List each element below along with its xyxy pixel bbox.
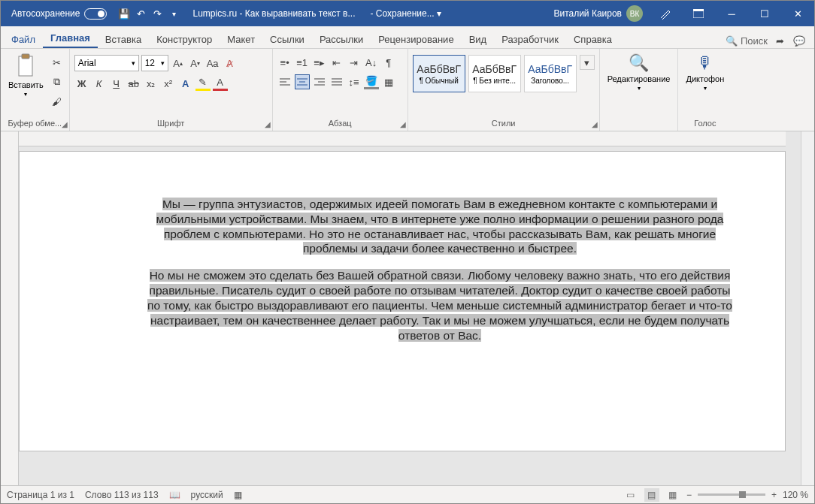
undo-icon[interactable]: ↶	[134, 7, 147, 20]
read-mode-icon[interactable]: ▭	[623, 488, 638, 502]
align-center-icon[interactable]	[295, 74, 310, 89]
status-bar: Страница 1 из 1 Слово 113 из 113 📖 русск…	[1, 485, 814, 503]
editing-button[interactable]: 🔍 Редактирование ▾	[604, 52, 674, 93]
group-label: Абзац	[277, 117, 403, 131]
shading-icon[interactable]: 🪣	[364, 74, 379, 89]
tab-file[interactable]: Файл	[4, 29, 43, 48]
web-layout-icon[interactable]: ▦	[665, 488, 680, 502]
launcher-icon[interactable]: ◢	[265, 120, 271, 128]
draw-icon[interactable]	[649, 1, 682, 26]
page-status[interactable]: Страница 1 из 1	[7, 490, 74, 500]
group-font: Arial▾ 12▾ A▴ A▾ Aa A̷ Ж К Ч ab x₂ x² A …	[70, 49, 273, 131]
comments-icon[interactable]: 💬	[792, 33, 807, 48]
italic-button[interactable]: К	[92, 76, 107, 91]
vertical-scrollbar[interactable]	[801, 131, 814, 485]
show-marks-icon[interactable]: ¶	[381, 55, 396, 70]
zoom-slider[interactable]	[698, 493, 765, 496]
search-label: Поиск	[741, 35, 768, 47]
align-right-icon[interactable]	[312, 74, 327, 89]
tab-help[interactable]: Справка	[566, 29, 620, 48]
ribbon: Вставить ▾ ✂ ⧉ 🖌 Буфер обме... ◢ Arial▾ …	[1, 49, 814, 131]
group-paragraph: ≡• ≡1 ≡▸ ⇤ ⇥ A↓ ¶	[273, 49, 408, 131]
shrink-font-icon[interactable]: A▾	[188, 56, 203, 71]
tab-mailings[interactable]: Рассылки	[312, 29, 371, 48]
underline-button[interactable]: Ч	[109, 76, 124, 91]
styles-more-icon[interactable]: ▾	[580, 55, 595, 70]
spell-check-icon[interactable]: 📖	[169, 490, 180, 500]
tab-references[interactable]: Ссылки	[262, 29, 312, 48]
maximize-button[interactable]: ☐	[748, 1, 781, 26]
tab-insert[interactable]: Вставка	[98, 29, 149, 48]
zoom-out-icon[interactable]: −	[686, 490, 692, 500]
tab-layout[interactable]: Макет	[220, 29, 262, 48]
selected-text[interactable]: Мы — группа энтузиастов, одержимых идеей…	[156, 198, 724, 255]
multilevel-icon[interactable]: ≡▸	[312, 55, 327, 70]
justify-icon[interactable]	[329, 74, 344, 89]
print-layout-icon[interactable]: ▤	[644, 488, 659, 502]
numbering-icon[interactable]: ≡1	[295, 55, 310, 70]
paste-button[interactable]: Вставить ▾	[5, 52, 47, 99]
launcher-icon[interactable]: ◢	[62, 120, 68, 128]
chevron-down-icon: ▾	[704, 85, 707, 92]
style-normal[interactable]: АаБбВвГ ¶ Обычный	[413, 55, 465, 92]
launcher-icon[interactable]: ◢	[400, 120, 406, 128]
search-box[interactable]: 🔍 Поиск	[726, 35, 768, 47]
window-controls: ─ ☐ ✕	[715, 1, 814, 26]
qat-more-icon[interactable]: ▾	[167, 7, 180, 20]
ribbon-display-icon[interactable]	[682, 1, 715, 26]
decrease-indent-icon[interactable]: ⇤	[329, 55, 344, 70]
clear-format-icon[interactable]: A̷	[223, 56, 238, 71]
increase-indent-icon[interactable]: ⇥	[347, 55, 362, 70]
font-color-icon[interactable]: A	[213, 76, 228, 91]
vertical-ruler[interactable]	[1, 131, 19, 485]
tab-developer[interactable]: Разработчик	[494, 29, 566, 48]
sort-icon[interactable]: A↓	[364, 55, 379, 70]
bullets-icon[interactable]: ≡•	[277, 55, 292, 70]
saving-status[interactable]: - Сохранение... ▾	[363, 8, 450, 19]
borders-icon[interactable]: ▦	[381, 74, 396, 89]
document-page[interactable]: Мы — группа энтузиастов, одержимых идеей…	[19, 151, 786, 451]
word-count[interactable]: Слово 113 из 113	[85, 490, 159, 500]
change-case-icon[interactable]: Aa	[205, 56, 220, 71]
grow-font-icon[interactable]: A▴	[171, 56, 186, 71]
svg-rect-2	[19, 56, 32, 76]
align-left-icon[interactable]	[277, 74, 292, 89]
text-effects-icon[interactable]: A	[178, 76, 193, 91]
share-icon[interactable]: ➦	[772, 33, 787, 48]
zoom-in-icon[interactable]: +	[771, 490, 777, 500]
subscript-icon[interactable]: x₂	[144, 76, 159, 91]
tab-design[interactable]: Конструктор	[149, 29, 220, 48]
horizontal-ruler[interactable]	[19, 131, 786, 146]
superscript-icon[interactable]: x²	[161, 76, 176, 91]
font-size-combo[interactable]: 12▾	[141, 55, 168, 71]
highlight-icon[interactable]: ✎	[195, 76, 211, 91]
bold-button[interactable]: Ж	[74, 76, 89, 91]
strike-button[interactable]: ab	[126, 76, 141, 91]
zoom-level[interactable]: 120 %	[783, 490, 808, 500]
minimize-button[interactable]: ─	[715, 1, 748, 26]
redo-icon[interactable]: ↷	[150, 7, 164, 20]
macros-icon[interactable]: ▦	[234, 490, 242, 500]
style-heading1[interactable]: АаБбВвГ Заголово...	[524, 55, 577, 92]
user-account[interactable]: Виталий Каиров ВК	[547, 5, 649, 22]
dictate-button[interactable]: 🎙 Диктофон ▾	[683, 52, 727, 93]
style-nospacing[interactable]: АаБбВвГ ¶ Без инте...	[468, 55, 521, 92]
group-label	[604, 117, 674, 131]
launcher-icon[interactable]: ◢	[592, 120, 598, 128]
format-painter-icon[interactable]: 🖌	[50, 94, 65, 109]
tab-review[interactable]: Рецензирование	[371, 29, 461, 48]
selected-text[interactable]: Но мы не сможем это сделать без Вашей об…	[147, 269, 732, 341]
avatar: ВК	[626, 5, 643, 22]
line-spacing-icon[interactable]: ↕≡	[347, 74, 362, 89]
svg-rect-1	[693, 9, 704, 11]
copy-icon[interactable]: ⧉	[50, 74, 65, 89]
tab-home[interactable]: Главная	[43, 28, 98, 48]
cut-icon[interactable]: ✂	[50, 55, 65, 70]
close-button[interactable]: ✕	[781, 1, 814, 26]
tab-view[interactable]: Вид	[462, 29, 495, 48]
group-voice: 🎙 Диктофон ▾ Голос	[678, 49, 732, 131]
save-icon[interactable]: 💾	[117, 7, 131, 20]
language-status[interactable]: русский	[191, 490, 223, 500]
autosave-toggle[interactable]	[84, 8, 107, 20]
font-name-combo[interactable]: Arial▾	[74, 55, 139, 71]
